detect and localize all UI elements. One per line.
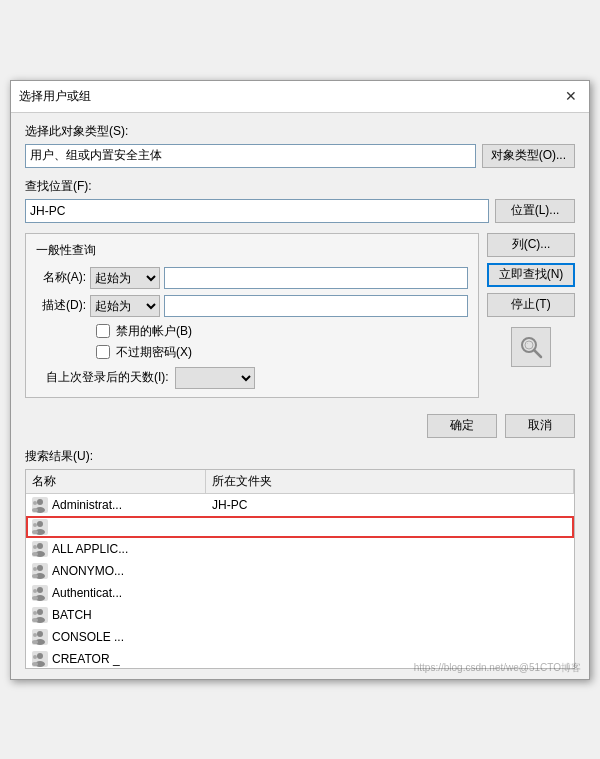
table-row[interactable]: BATCH [26, 604, 574, 626]
search-icon-button[interactable] [511, 327, 551, 367]
svg-point-8 [32, 508, 38, 512]
user-group-icon [32, 519, 48, 535]
svg-point-18 [32, 552, 38, 556]
svg-point-12 [33, 523, 37, 527]
svg-point-17 [33, 545, 37, 549]
name-select[interactable]: 起始为 [90, 267, 160, 289]
svg-point-22 [33, 567, 37, 571]
svg-point-7 [33, 501, 37, 505]
svg-point-15 [37, 543, 43, 549]
result-folder-cell [206, 569, 574, 573]
desc-select[interactable]: 起始为 [90, 295, 160, 317]
search-now-button[interactable]: 立即查找(N) [487, 263, 575, 287]
location-button[interactable]: 位置(L)... [495, 199, 575, 223]
days-label: 自上次登录后的天数(I): [46, 369, 169, 386]
main-content: 一般性查询 名称(A): 起始为 描述(D): 起始为 [25, 233, 575, 408]
desc-label: 描述(D): [36, 297, 86, 314]
result-name-cell: ANONYMO... [26, 561, 206, 581]
result-folder-cell [206, 547, 574, 551]
desc-input[interactable] [164, 295, 468, 317]
result-folder-cell: JH-PC [206, 496, 574, 514]
checkbox-noexpiry-row: 不过期密码(X) [96, 344, 468, 361]
location-label: 查找位置(F): [25, 178, 575, 195]
result-name-cell: CREATOR _ [26, 649, 206, 669]
disabled-account-label: 禁用的帐户(B) [116, 323, 192, 340]
result-name-text: CREATOR _ [52, 652, 120, 666]
result-name-cell: Administrat... [26, 495, 206, 515]
svg-point-35 [37, 631, 43, 637]
no-expiry-checkbox[interactable] [96, 345, 110, 359]
location-row: 位置(L)... [25, 199, 575, 223]
results-label: 搜索结果(U): [25, 448, 575, 465]
confirm-button[interactable]: 确定 [427, 414, 497, 438]
table-row[interactable]: CONSOLE ... [26, 626, 574, 648]
col-name-header[interactable]: 名称 [26, 470, 206, 493]
result-name-text: CONSOLE ... [52, 630, 124, 644]
dialog-title: 选择用户或组 [19, 88, 91, 105]
result-folder-cell [206, 591, 574, 595]
svg-point-28 [32, 596, 38, 600]
svg-point-30 [37, 609, 43, 615]
days-row: 自上次登录后的天数(I): [36, 367, 468, 389]
result-name-cell: Authenticat... [26, 583, 206, 603]
user-group-icon [32, 651, 48, 667]
disabled-account-checkbox[interactable] [96, 324, 110, 338]
left-panel: 一般性查询 名称(A): 起始为 描述(D): 起始为 [25, 233, 479, 408]
stop-button[interactable]: 停止(T) [487, 293, 575, 317]
table-row[interactable]: AdministratorsJH-PC [26, 516, 574, 538]
result-name-text: ANONYMO... [52, 564, 124, 578]
table-row[interactable]: Authenticat... [26, 582, 574, 604]
dialog-body: 选择此对象类型(S): 对象类型(O)... 查找位置(F): 位置(L)...… [11, 113, 589, 679]
title-bar: 选择用户或组 ✕ [11, 81, 589, 113]
svg-point-38 [32, 640, 38, 644]
results-header: 名称 所在文件夹 [26, 470, 574, 494]
svg-line-1 [534, 350, 541, 357]
object-type-input[interactable] [25, 144, 476, 168]
svg-point-10 [37, 521, 43, 527]
confirm-cancel-row: 确定 取消 [25, 414, 575, 438]
watermark: https://blog.csdn.net/we@51CTO博客 [414, 661, 581, 675]
svg-point-27 [33, 589, 37, 593]
object-type-label: 选择此对象类型(S): [25, 123, 575, 140]
result-name-text: Administrators [52, 520, 129, 534]
user-group-icon [32, 629, 48, 645]
result-name-text: Administrat... [52, 498, 122, 512]
column-button[interactable]: 列(C)... [487, 233, 575, 257]
result-name-cell: ALL APPLIC... [26, 539, 206, 559]
table-row[interactable]: Administrat...JH-PC [26, 494, 574, 516]
svg-point-42 [33, 655, 37, 659]
table-row[interactable]: ANONYMO... [26, 560, 574, 582]
results-container[interactable]: 名称 所在文件夹 Administrat...JH-PC Administrat… [25, 469, 575, 669]
name-input[interactable] [164, 267, 468, 289]
general-query-title: 一般性查询 [36, 242, 468, 259]
table-row[interactable]: ALL APPLIC... [26, 538, 574, 560]
svg-point-20 [37, 565, 43, 571]
results-body: Administrat...JH-PC AdministratorsJH-PC … [26, 494, 574, 669]
svg-point-32 [33, 611, 37, 615]
svg-point-5 [37, 499, 43, 505]
cancel-button[interactable]: 取消 [505, 414, 575, 438]
user-group-icon [32, 607, 48, 623]
user-group-icon [32, 541, 48, 557]
svg-point-13 [32, 530, 38, 534]
result-folder-cell: JH-PC [206, 518, 574, 536]
close-button[interactable]: ✕ [561, 86, 581, 106]
object-type-button[interactable]: 对象类型(O)... [482, 144, 575, 168]
location-input[interactable] [25, 199, 489, 223]
result-folder-cell [206, 613, 574, 617]
result-folder-cell [206, 635, 574, 639]
general-query-box: 一般性查询 名称(A): 起始为 描述(D): 起始为 [25, 233, 479, 398]
svg-point-23 [32, 574, 38, 578]
svg-point-43 [32, 662, 38, 666]
result-name-text: ALL APPLIC... [52, 542, 128, 556]
magnifier-icon [517, 333, 545, 361]
select-user-dialog: 选择用户或组 ✕ 选择此对象类型(S): 对象类型(O)... 查找位置(F):… [10, 80, 590, 680]
svg-point-37 [33, 633, 37, 637]
result-name-cell: BATCH [26, 605, 206, 625]
name-query-row: 名称(A): 起始为 [36, 267, 468, 289]
days-select[interactable] [175, 367, 255, 389]
no-expiry-label: 不过期密码(X) [116, 344, 192, 361]
result-name-cell: Administrators [26, 517, 206, 537]
user-group-icon [32, 563, 48, 579]
col-folder-header[interactable]: 所在文件夹 [206, 470, 574, 493]
